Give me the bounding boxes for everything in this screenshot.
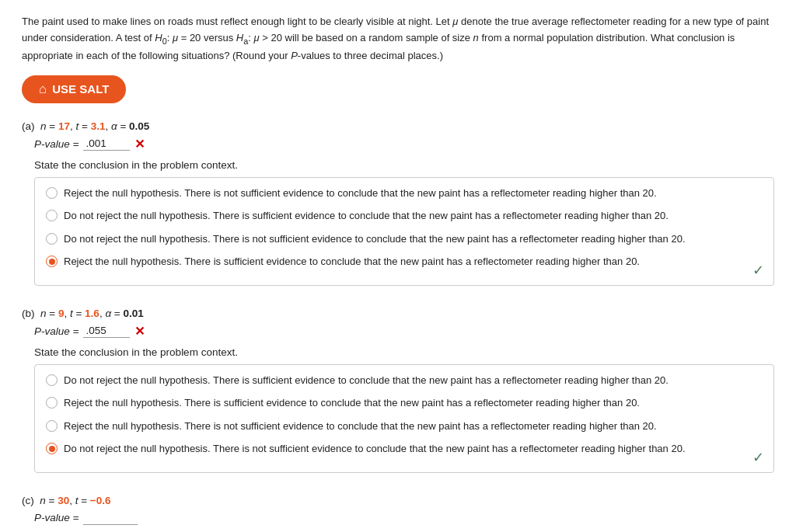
part-b-n: 9 <box>58 308 65 319</box>
part-b-option-1[interactable]: Do not reject the null hypothesis. There… <box>46 373 763 388</box>
part-b-option-2-text: Reject the null hypothesis. There is suf… <box>64 395 640 411</box>
part-c-pvalue-label: P-value = <box>34 512 79 523</box>
part-b-radio-4-inner <box>49 446 55 452</box>
part-a-radio-4[interactable] <box>46 256 58 267</box>
part-a-option-1[interactable]: Reject the null hypothesis. There is not… <box>46 186 763 201</box>
part-a-conclusion-label: State the conclusion in the problem cont… <box>34 159 774 171</box>
part-b-label: (b) n = 9, t = 1.6, α = 0.01 <box>22 308 774 319</box>
part-a-option-3[interactable]: Do not reject the null hypothesis. There… <box>46 231 763 247</box>
part-b-option-4[interactable]: Do not reject the null hypothesis. There… <box>46 441 763 457</box>
part-c-pvalue-input[interactable] <box>83 511 138 525</box>
part-a-radio-3[interactable] <box>46 233 58 245</box>
part-b-options-box: Do not reject the null hypothesis. There… <box>34 364 774 473</box>
part-b-radio-3[interactable] <box>46 420 58 432</box>
part-c-pvalue-row: P-value = <box>34 511 774 525</box>
part-b: (b) n = 9, t = 1.6, α = 0.01 P-value = ✕… <box>22 308 774 473</box>
part-a-pvalue-label: P-value = <box>34 138 79 150</box>
part-a: (a) n = 17, t = 3.1, α = 0.05 P-value = … <box>22 120 774 286</box>
part-a-option-4-text: Reject the null hypothesis. There is suf… <box>64 254 640 269</box>
part-a-clear-icon[interactable]: ✕ <box>134 137 145 151</box>
part-b-pvalue-row: P-value = ✕ <box>34 324 774 339</box>
salt-icon: ⌂ <box>39 82 47 97</box>
part-a-radio-1[interactable] <box>46 187 58 199</box>
part-a-alpha: 0.05 <box>129 120 149 132</box>
part-b-radio-1[interactable] <box>46 374 58 386</box>
part-a-option-1-text: Reject the null hypothesis. There is not… <box>64 186 657 201</box>
part-a-options-box: Reject the null hypothesis. There is not… <box>34 177 774 286</box>
part-b-option-4-text: Do not reject the null hypothesis. There… <box>64 441 686 457</box>
part-a-option-2[interactable]: Do not reject the null hypothesis. There… <box>46 208 763 224</box>
part-a-option-3-text: Do not reject the null hypothesis. There… <box>64 231 686 247</box>
part-a-label: (a) n = 17, t = 3.1, α = 0.05 <box>22 120 774 132</box>
part-a-option-4[interactable]: Reject the null hypothesis. There is suf… <box>46 254 763 269</box>
part-b-clear-icon[interactable]: ✕ <box>134 324 145 339</box>
part-b-option-3-text: Reject the null hypothesis. There is not… <box>64 419 657 434</box>
part-a-radio-4-inner <box>49 259 55 265</box>
part-a-checkmark: ✓ <box>752 262 764 279</box>
part-a-option-2-text: Do not reject the null hypothesis. There… <box>64 208 669 224</box>
part-c-label: (c) n = 30, t = −0.6 <box>22 495 774 506</box>
part-a-n: 17 <box>58 120 70 132</box>
part-b-checkmark: ✓ <box>752 449 764 466</box>
part-b-t: 1.6 <box>85 308 100 319</box>
use-salt-button[interactable]: ⌂ USE SALT <box>22 75 126 103</box>
use-salt-label: USE SALT <box>52 82 109 96</box>
part-b-pvalue-input[interactable] <box>83 324 130 338</box>
part-b-conclusion-label: State the conclusion in the problem cont… <box>34 346 774 358</box>
part-b-radio-2[interactable] <box>46 397 58 409</box>
part-b-alpha: 0.01 <box>124 308 144 319</box>
part-c-n: 30 <box>58 495 69 506</box>
part-a-radio-2[interactable] <box>46 210 58 221</box>
part-b-option-1-text: Do not reject the null hypothesis. There… <box>64 373 669 388</box>
part-b-option-3[interactable]: Reject the null hypothesis. There is not… <box>46 419 763 434</box>
part-b-radio-4[interactable] <box>46 443 58 454</box>
part-c: (c) n = 30, t = −0.6 P-value = <box>22 495 774 525</box>
part-b-option-2[interactable]: Reject the null hypothesis. There is suf… <box>46 395 763 411</box>
intro-text: The paint used to make lines on roads mu… <box>22 14 774 64</box>
part-a-t: 3.1 <box>91 120 106 132</box>
part-c-t: −0.6 <box>90 495 111 506</box>
part-a-pvalue-row: P-value = ✕ <box>34 137 774 151</box>
part-a-pvalue-input[interactable] <box>83 137 130 151</box>
part-b-pvalue-label: P-value = <box>34 325 79 337</box>
